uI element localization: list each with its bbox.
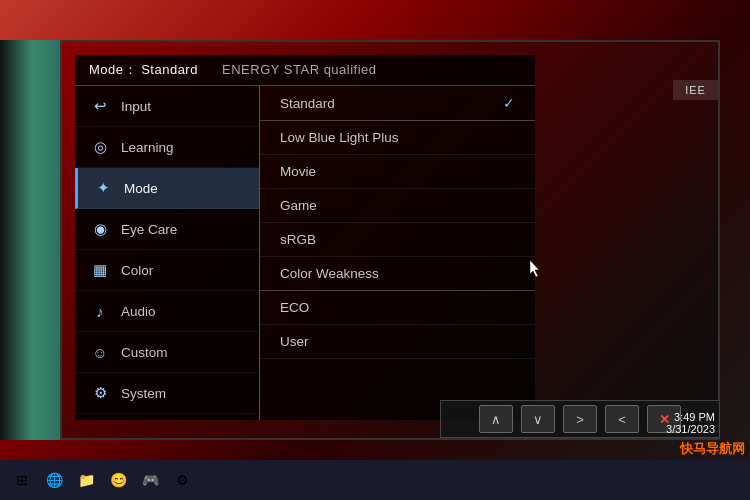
sidebar-label-custom: Custom — [121, 345, 168, 360]
sidebar-item-input[interactable]: ↩ Input — [75, 86, 259, 127]
mode-option-user[interactable]: User — [260, 325, 535, 359]
mode-option-srgb[interactable]: sRGB — [260, 223, 535, 257]
nav-up-button[interactable]: ∧ — [479, 405, 513, 433]
emoji-icon[interactable]: 😊 — [104, 466, 132, 494]
watermark: 快马导航网 — [680, 440, 745, 458]
mode-option-srgb-label: sRGB — [280, 232, 316, 247]
eye-care-icon: ◉ — [89, 218, 111, 240]
sidebar-label-system: System — [121, 386, 166, 401]
mode-option-color-weakness[interactable]: Color Weakness — [260, 257, 535, 291]
checkmark-standard: ✓ — [503, 95, 515, 111]
nav-down-button[interactable]: ∨ — [521, 405, 555, 433]
file-explorer-icon[interactable]: 📁 — [72, 466, 100, 494]
sidebar-item-audio[interactable]: ♪ Audio — [75, 291, 259, 332]
mode-option-eco-label: ECO — [280, 300, 309, 315]
sidebar-label-mode: Mode — [124, 181, 158, 196]
browser-icon[interactable]: 🌐 — [40, 466, 68, 494]
sidebar-label-input: Input — [121, 99, 151, 114]
mode-value-label: Standard — [141, 62, 198, 77]
start-button[interactable]: ⊞ — [8, 466, 36, 494]
color-icon: ▦ — [89, 259, 111, 281]
sidebar-item-eye-care[interactable]: ◉ Eye Care — [75, 209, 259, 250]
mode-option-color-weakness-label: Color Weakness — [280, 266, 379, 281]
osd-header: Mode： Standard ENERGY STAR qualified — [75, 55, 535, 86]
settings-icon[interactable]: ⚙ — [168, 466, 196, 494]
sidebar-item-learning[interactable]: ◎ Learning — [75, 127, 259, 168]
learning-icon: ◎ — [89, 136, 111, 158]
mode-option-standard-label: Standard — [280, 96, 335, 111]
sidebar-item-color[interactable]: ▦ Color — [75, 250, 259, 291]
taskbar: ⊞ 🌐 📁 😊 🎮 ⚙ — [0, 460, 750, 500]
sidebar-item-custom[interactable]: ☺ Custom — [75, 332, 259, 373]
mode-option-standard[interactable]: Standard ✓ — [260, 86, 535, 121]
monitor-left-edge — [0, 40, 65, 440]
osd-content: Standard ✓ Low Blue Light Plus Movie Gam… — [260, 86, 535, 420]
mode-option-movie[interactable]: Movie — [260, 155, 535, 189]
game-icon[interactable]: 🎮 — [136, 466, 164, 494]
osd-menu: Mode： Standard ENERGY STAR qualified ↩ I… — [75, 55, 535, 420]
mode-option-game-label: Game — [280, 198, 317, 213]
sidebar-item-mode[interactable]: ✦ Mode — [75, 168, 259, 209]
osd-body: ↩ Input ◎ Learning ✦ Mode ◉ Eye Care ▦ C… — [75, 86, 535, 420]
mode-option-low-blue-light-label: Low Blue Light Plus — [280, 130, 399, 145]
mode-option-movie-label: Movie — [280, 164, 316, 179]
sidebar-label-learning: Learning — [121, 140, 174, 155]
input-icon: ↩ — [89, 95, 111, 117]
mode-prefix-label: Mode： — [89, 62, 137, 77]
mode-option-eco[interactable]: ECO — [260, 291, 535, 325]
mode-option-user-label: User — [280, 334, 309, 349]
audio-icon: ♪ — [89, 300, 111, 322]
energy-star-label: ENERGY STAR qualified — [222, 62, 377, 77]
custom-icon: ☺ — [89, 341, 111, 363]
clock: 3:49 PM — [666, 411, 715, 423]
date: 3/31/2023 — [666, 423, 715, 435]
mode-icon: ✦ — [92, 177, 114, 199]
mode-option-low-blue-light[interactable]: Low Blue Light Plus — [260, 121, 535, 155]
mode-option-game[interactable]: Game — [260, 189, 535, 223]
sidebar-label-eye-care: Eye Care — [121, 222, 177, 237]
time-display: 3:49 PM 3/31/2023 — [666, 411, 715, 435]
nav-left-button[interactable]: < — [605, 405, 639, 433]
system-icon: ⚙ — [89, 382, 111, 404]
sidebar-label-audio: Audio — [121, 304, 156, 319]
sidebar-item-system[interactable]: ⚙ System — [75, 373, 259, 414]
right-sign: IEE — [673, 80, 718, 100]
nav-right-button[interactable]: > — [563, 405, 597, 433]
osd-sidebar: ↩ Input ◎ Learning ✦ Mode ◉ Eye Care ▦ C… — [75, 86, 260, 420]
sidebar-label-color: Color — [121, 263, 153, 278]
